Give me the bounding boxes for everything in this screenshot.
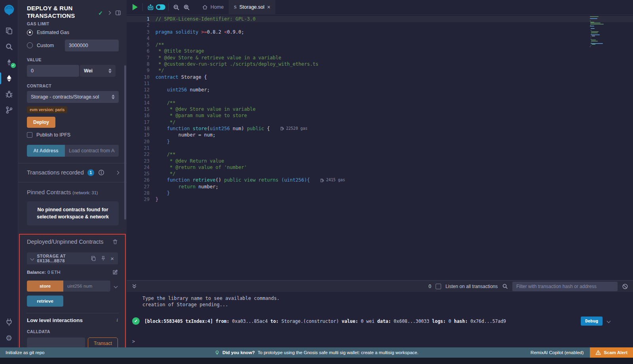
at-address-input[interactable] — [65, 145, 119, 157]
close-tab-icon[interactable]: × — [267, 4, 270, 10]
code-line[interactable]: 7 * @dev Store & retrieve value in a var… — [127, 55, 633, 61]
value-input[interactable] — [27, 65, 79, 77]
code-line[interactable]: 6 * @title Storage — [127, 48, 633, 54]
expand-terminal-icon[interactable] — [131, 283, 137, 289]
at-address-button[interactable]: At Address — [27, 145, 65, 157]
ai-copilot-robot-icon[interactable] — [145, 2, 155, 12]
custom-gas-radio[interactable] — [27, 42, 33, 48]
custom-gas-input[interactable] — [65, 40, 119, 51]
scam-alert-button[interactable]: Scam Alert — [590, 347, 633, 358]
line-number: 4 — [127, 35, 150, 42]
contract-select[interactable]: Storage - contracts/Storage.sol — [27, 91, 119, 103]
clear-terminal-icon[interactable] — [622, 283, 628, 290]
git-init-button[interactable]: Initialize as git repo — [0, 350, 44, 355]
trash-icon[interactable] — [112, 239, 118, 245]
debug-button[interactable]: Debug — [581, 317, 603, 326]
pin-icon[interactable] — [100, 256, 106, 261]
transaction-log-entry[interactable]: ✓ [block:5583405 txIndex:4] from: 0xa03.… — [132, 317, 626, 326]
terminal-filter-input[interactable] — [512, 282, 618, 291]
close-instance-icon[interactable]: × — [110, 256, 114, 262]
settings-icon[interactable]: ⚙ — [0, 330, 18, 346]
publish-ipfs-checkbox[interactable] — [27, 132, 32, 138]
code-line[interactable]: 28 } — [127, 190, 633, 196]
tab-home[interactable]: Home — [197, 0, 229, 15]
code-line[interactable]: 16 * @param num value to store — [127, 112, 633, 119]
code-line[interactable]: 12 uint256 number; — [127, 87, 633, 93]
transact-button[interactable]: Transact — [88, 337, 118, 347]
run-script-icon[interactable] — [130, 2, 140, 12]
code-line[interactable]: 23 * @dev Return value — [127, 158, 633, 164]
code-line[interactable]: 14 /** — [127, 100, 633, 106]
evm-version-badge: evm version: paris — [27, 106, 67, 113]
code-line[interactable]: 17 */ — [127, 119, 633, 125]
code-line[interactable]: 26 function retrieve() public view retur… — [127, 177, 633, 183]
retrieve-function-button[interactable]: retrieve — [27, 296, 63, 307]
tab-storage-sol[interactable]: S Storage.sol × — [229, 0, 275, 15]
deploy-and-run-icon[interactable] — [0, 70, 18, 86]
expand-tx-icon[interactable] — [607, 319, 611, 323]
terminal[interactable]: Type the library name to see available c… — [127, 292, 633, 347]
code-line[interactable]: 25 */ — [127, 171, 633, 177]
estimated-gas-radio[interactable] — [27, 30, 33, 36]
code-line[interactable]: 19 number = num; — [127, 132, 633, 138]
code-line[interactable]: 13 — [127, 93, 633, 100]
transactions-recorded-row[interactable]: Transactions recorded 1 — [18, 163, 127, 182]
code-line[interactable]: 24 * @return value of 'number' — [127, 164, 633, 171]
code-editor[interactable]: 1// SPDX-License-Identifier: GPL-3.023pr… — [127, 15, 633, 280]
gas-estimate-badge: 2415 gas — [320, 177, 345, 183]
code-line[interactable]: 9 */ — [127, 67, 633, 74]
plugin-manager-icon[interactable] — [0, 314, 18, 330]
warning-icon — [595, 350, 601, 355]
value-unit-select[interactable]: Wei — [80, 65, 116, 77]
estimated-gas-label: Estimated Gas — [37, 30, 69, 35]
copy-icon[interactable] — [91, 256, 96, 261]
solidity-compiler-icon[interactable]: ✓ — [0, 55, 18, 70]
terminal-prompt[interactable]: > — [127, 339, 633, 347]
low-level-info-icon[interactable]: i — [116, 317, 118, 323]
listen-all-checkbox[interactable] — [436, 284, 441, 289]
contract-instance-header[interactable]: STORAGE AT 0X136...8B78 × — [27, 252, 118, 264]
pin-panel-icon[interactable] — [115, 10, 121, 16]
code-line[interactable]: 29} — [127, 196, 633, 203]
code-line[interactable]: 1// SPDX-License-Identifier: GPL-3.0 — [127, 16, 633, 22]
zoom-out-icon[interactable] — [171, 2, 181, 12]
code-line[interactable]: 10contract Storage { — [127, 74, 633, 80]
code-line[interactable]: 3pragma solidity >=0.8.2 <0.9.0; — [127, 29, 633, 35]
code-line[interactable]: 4 — [127, 35, 633, 42]
store-argument-input[interactable] — [63, 281, 110, 292]
copilot-toggle[interactable] — [155, 2, 166, 12]
code-line[interactable]: 20 } — [127, 138, 633, 145]
line-number: 6 — [127, 48, 150, 54]
code-line[interactable]: 5/** — [127, 42, 633, 48]
search-icon[interactable] — [0, 39, 18, 55]
code-line[interactable]: 2 — [127, 22, 633, 28]
code-line[interactable]: 18 function store(uint256 num) public {2… — [127, 125, 633, 132]
line-number: 16 — [127, 112, 150, 119]
debugger-icon[interactable] — [0, 86, 18, 102]
code-line[interactable]: 15 * @dev Store value in variable — [127, 106, 633, 112]
code-line[interactable]: 11 — [127, 80, 633, 87]
deploy-button[interactable]: Deploy — [27, 117, 55, 128]
file-explorer-icon[interactable] — [0, 23, 18, 39]
line-number: 5 — [127, 42, 150, 48]
gas-estimate-badge: 22520 gas — [280, 125, 307, 132]
zoom-in-icon[interactable] — [181, 2, 191, 12]
code-line[interactable]: 8 * @custom:dev-run-script ./scripts/dep… — [127, 61, 633, 67]
icon-rail: ✓ ⚙ — [0, 0, 18, 347]
code-line[interactable]: 21 — [127, 145, 633, 151]
deployed-contracts-title: Deployed/Unpinned Contracts — [27, 239, 103, 245]
git-icon[interactable] — [0, 102, 18, 118]
expand-args-icon[interactable] — [114, 284, 118, 288]
remix-logo-icon[interactable] — [2, 3, 16, 17]
panel-forward-icon[interactable] — [107, 11, 111, 15]
calldata-input[interactable] — [27, 337, 85, 347]
info-icon[interactable] — [98, 169, 104, 176]
copilot-status[interactable]: RemixAI Copilot (enabled) — [531, 350, 584, 355]
panel-scrollbar[interactable] — [124, 65, 126, 220]
terminal-search-icon[interactable] — [502, 283, 508, 289]
line-number: 26 — [127, 177, 150, 183]
code-line[interactable]: 27 return number; — [127, 184, 633, 190]
edit-balance-icon[interactable] — [112, 269, 118, 275]
code-line[interactable]: 22 /** — [127, 151, 633, 157]
store-function-button[interactable]: store — [27, 281, 63, 292]
